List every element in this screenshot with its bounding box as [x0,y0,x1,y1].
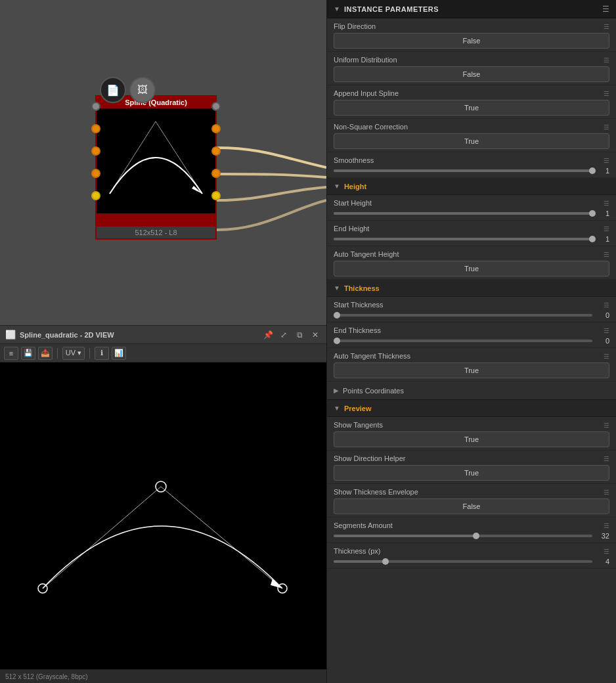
start-thickness-thumb[interactable] [334,312,340,319]
connector-left-1[interactable] [91,102,100,111]
filter-icon-main[interactable]: ☰ [602,5,609,14]
thickness-section-title: Thickness [344,284,609,292]
toolbar-save-btn[interactable]: 💾 [21,347,35,360]
connector-left-2[interactable] [91,124,100,133]
show-tangents-toggle[interactable]: True [334,431,609,447]
connector-left-4[interactable] [91,169,100,178]
append-input-label-text: Append Input Spline [334,89,604,97]
expand-button[interactable]: ⤢ [278,329,290,341]
show-direction-filter[interactable]: ☰ [604,455,609,462]
float-button[interactable]: ⧉ [294,329,305,341]
start-thickness-label: Start Thickness ☰ [334,301,609,309]
node-area: 📄 🖼 Spline (Quadratic) [0,0,326,325]
end-height-filter[interactable]: ☰ [604,225,609,232]
start-height-track[interactable] [334,212,592,215]
svg-marker-8 [271,579,282,588]
flip-direction-value: False [463,37,481,45]
toolbar-export-btn[interactable]: 📤 [38,347,53,360]
connector-right-4[interactable] [211,169,221,178]
thickness-px-fill [334,560,385,563]
node-icon-image[interactable]: 🖼 [129,77,156,103]
thickness-px-slider-row: 4 [334,558,609,565]
end-height-row: End Height ☰ 1 [327,221,616,246]
height-section-header[interactable]: ▼ Height [327,178,616,195]
start-thickness-track[interactable] [334,314,592,317]
close-button[interactable]: ✕ [309,329,321,341]
uniform-dist-toggle[interactable]: False [334,66,609,82]
start-height-thumb[interactable] [589,210,596,217]
connector-right-3[interactable] [211,146,221,156]
auto-tangent-height-label-text: Auto Tangent Height [334,250,604,258]
pin-button[interactable]: 📌 [262,329,274,341]
view-canvas [0,363,326,669]
thickness-px-label: Thickness (px) ☰ [334,547,609,555]
show-thickness-env-filter[interactable]: ☰ [604,489,609,496]
toolbar-wrap-btn[interactable]: UV ▾ [62,347,85,360]
segments-amount-fill [334,535,476,537]
smoothness-filter[interactable]: ☰ [604,157,609,164]
height-arrow: ▼ [334,183,340,190]
show-thickness-env-toggle[interactable]: False [334,498,609,514]
show-direction-value: True [464,469,479,477]
end-thickness-row: End Thickness ☰ 0 [327,322,616,348]
points-coordinates-row[interactable]: ▶ Points Coordinates [327,382,616,400]
end-thickness-thumb[interactable] [334,338,340,344]
toolbar-chart-btn[interactable]: 📊 [112,347,126,360]
toolbar-layers-btn[interactable]: ≡ [4,347,18,360]
show-tangents-label: Show Tangents ☰ [334,421,609,429]
toolbar-info-btn[interactable]: ℹ [95,347,109,360]
svg-line-1 [156,121,202,194]
start-thickness-filter[interactable]: ☰ [604,301,609,309]
thickness-px-track[interactable] [334,560,592,563]
connector-left-5[interactable] [91,191,100,200]
append-input-filter[interactable]: ☰ [604,90,609,97]
non-square-toggle[interactable]: True [334,133,609,149]
end-height-label-text: End Height [334,225,604,232]
spline-2d-svg [0,363,326,669]
node-icon-doc[interactable]: 📄 [100,77,126,103]
connector-right-2[interactable] [211,124,221,133]
flip-direction-toggle[interactable]: False [334,33,609,49]
node-label: 512x512 - L8 [97,227,215,238]
node-box[interactable]: 📄 🖼 Spline (Quadratic) [95,95,217,240]
thickness-px-thumb[interactable] [382,558,389,565]
end-thickness-track[interactable] [334,340,592,342]
flip-direction-filter[interactable]: ☰ [604,23,609,30]
instance-params-header[interactable]: ▼ INSTANCE PARAMETERS ☰ [327,0,616,18]
non-square-filter[interactable]: ☰ [604,123,609,131]
auto-tangent-thickness-toggle[interactable]: True [334,363,609,378]
end-height-thumb[interactable] [589,236,596,242]
start-height-label-text: Start Height [334,199,604,207]
uniform-dist-filter[interactable]: ☰ [604,56,609,64]
start-height-filter[interactable]: ☰ [604,200,609,207]
toolbar-sep-2 [89,348,90,359]
segments-amount-thumb[interactable] [473,533,479,539]
append-input-toggle[interactable]: True [334,100,609,116]
svg-line-4 [161,487,282,588]
non-square-value: True [464,137,479,145]
show-tangents-filter[interactable]: ☰ [604,422,609,429]
segments-amount-slider-row: 32 [334,532,609,540]
end-height-track[interactable] [334,238,592,240]
segments-amount-filter[interactable]: ☰ [604,522,609,529]
connector-left-3[interactable] [91,146,100,156]
smoothness-thumb[interactable] [589,167,596,174]
auto-tangent-thickness-label: Auto Tangent Thickness ☰ [334,352,609,360]
flip-direction-label: Flip Direction ☰ [334,22,609,30]
non-square-label-text: Non-Square Correction [334,123,604,131]
smoothness-slider-row: 1 [334,167,609,175]
show-direction-toggle[interactable]: True [334,465,609,481]
thickness-section-header[interactable]: ▼ Thickness [327,280,616,297]
auto-tangent-thickness-filter[interactable]: ☰ [604,353,609,360]
auto-tangent-height-filter[interactable]: ☰ [604,251,609,258]
smoothness-track[interactable] [334,169,592,172]
view-status: 512 x 512 (Grayscale, 8bpc) [0,669,326,683]
end-thickness-filter[interactable]: ☰ [604,327,609,334]
connector-right-5[interactable] [211,191,221,200]
thickness-px-filter[interactable]: ☰ [604,548,609,555]
segments-amount-track[interactable] [334,535,592,537]
smoothness-row: Smoothness ☰ 1 [327,152,616,178]
auto-tangent-height-toggle[interactable]: True [334,261,609,276]
connector-right-1[interactable] [211,102,221,111]
preview-section-header[interactable]: ▼ Preview [327,400,616,417]
